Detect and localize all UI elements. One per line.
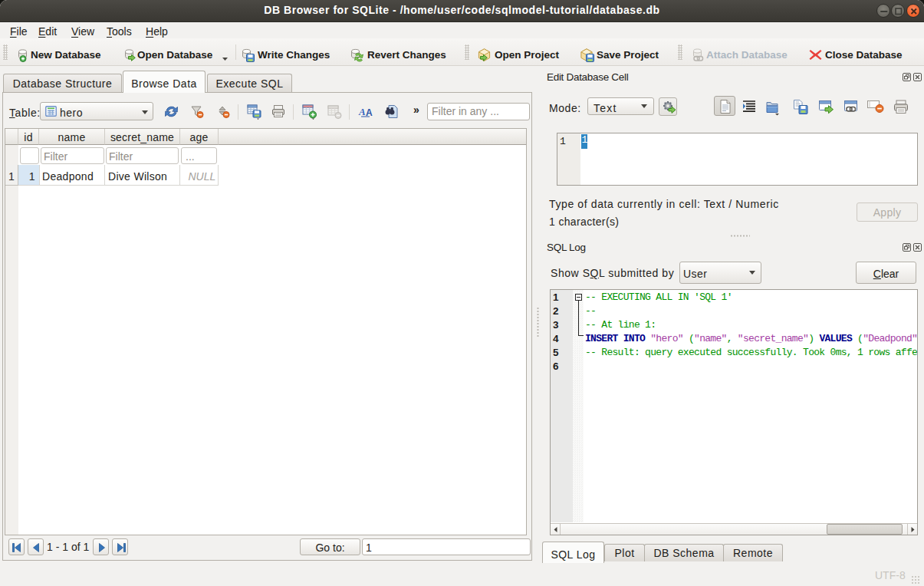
svg-text:A: A (358, 106, 366, 117)
